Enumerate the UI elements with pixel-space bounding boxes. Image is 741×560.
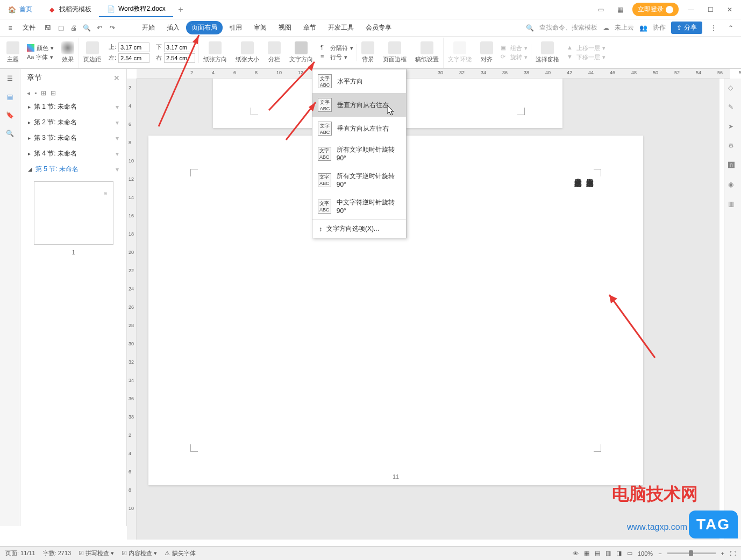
- menu-references[interactable]: 引用: [224, 21, 247, 34]
- chapter-menu-icon[interactable]: ▾: [116, 134, 119, 142]
- contentcheck-toggle[interactable]: ☑ 内容检查 ▾: [122, 549, 157, 557]
- menu-view[interactable]: 视图: [273, 21, 297, 34]
- print-icon[interactable]: 🖨: [68, 22, 80, 34]
- menu-devtools[interactable]: 开发工具: [323, 21, 359, 34]
- chapter-item[interactable]: ▸第 4 节: 未命名▾: [20, 146, 126, 161]
- tool-remove-icon[interactable]: ⊟: [51, 89, 56, 97]
- more-icon[interactable]: ⋮: [708, 22, 719, 34]
- login-button[interactable]: 立即登录: [632, 3, 679, 16]
- tab-template[interactable]: ◆ 找稻壳模板: [40, 2, 99, 17]
- send-backward-button[interactable]: ▼下移一层▾: [567, 53, 605, 61]
- page-thumbnail[interactable]: 示例: [34, 181, 113, 245]
- dropdown-item[interactable]: 文字ABC所有文字顺时针旋转90°: [312, 140, 406, 167]
- minimize-button[interactable]: —: [684, 3, 698, 17]
- dropdown-item[interactable]: 文字ABC水平方向: [312, 69, 406, 93]
- search-rail-icon[interactable]: 🔍: [5, 128, 16, 139]
- font-button[interactable]: Aa 字体▾: [27, 53, 54, 61]
- menu-toggle-icon[interactable]: ≡: [4, 22, 16, 34]
- dropdown-item[interactable]: 文字ABC垂直方向从左往右: [312, 117, 406, 140]
- ribbon-theme[interactable]: 主题: [2, 38, 24, 68]
- group-button[interactable]: ▣组合▾: [501, 44, 528, 52]
- tool-collapse-icon[interactable]: ◂: [27, 89, 30, 97]
- menu-section[interactable]: 章节: [298, 21, 322, 34]
- vertical-ruler[interactable]: 2468101214161820222426283032343638246810: [127, 79, 137, 540]
- chapter-item[interactable]: ▸第 1 节: 未命名▾: [20, 99, 126, 115]
- caret-icon[interactable]: ⌃: [725, 22, 737, 34]
- bring-forward-button[interactable]: ▲上移一层▾: [567, 44, 605, 52]
- diamond-icon[interactable]: ◇: [728, 84, 738, 94]
- view-mode-4-icon[interactable]: ◨: [616, 550, 622, 557]
- ribbon-bg[interactable]: 背景: [357, 38, 379, 68]
- zoom-level[interactable]: 100%: [638, 550, 653, 557]
- margin-top-input[interactable]: [118, 42, 149, 52]
- dropdown-options[interactable]: ↕文字方向选项(X)...: [312, 220, 406, 238]
- spellcheck-toggle[interactable]: ☑ 拼写检查 ▾: [79, 549, 114, 557]
- zoom-out-button[interactable]: −: [658, 550, 661, 557]
- redo-icon[interactable]: ↷: [106, 22, 118, 34]
- view-mode-2-icon[interactable]: ▤: [595, 550, 600, 557]
- ribbon-border[interactable]: 页面边框: [379, 38, 411, 68]
- maximize-button[interactable]: ☐: [703, 3, 717, 17]
- sections-icon[interactable]: ▤: [5, 91, 16, 102]
- coop-icon[interactable]: 👥: [639, 24, 647, 32]
- missing-font[interactable]: ⚠ 缺失字体: [165, 549, 195, 557]
- color-button[interactable]: 颜色▾: [27, 44, 54, 52]
- lineno-button[interactable]: ≡行号▾: [320, 53, 353, 61]
- chapter-menu-icon[interactable]: ▾: [116, 119, 119, 126]
- dropdown-item[interactable]: 文字ABC中文字符逆时针旋转90°: [312, 193, 406, 219]
- help-icon[interactable]: ◉: [728, 181, 738, 190]
- view-mode-3-icon[interactable]: ▥: [605, 550, 611, 557]
- chapter-item[interactable]: ▸第 3 节: 未命名▾: [20, 130, 126, 146]
- chapter-menu-icon[interactable]: ▾: [116, 150, 119, 158]
- status-page[interactable]: 页面: 11/11: [5, 549, 35, 557]
- ribbon-wrap[interactable]: 文字环绕: [444, 38, 476, 68]
- sidebar-icon[interactable]: ▥: [728, 200, 738, 210]
- outline-icon[interactable]: ☰: [5, 73, 16, 84]
- break-button[interactable]: ¶分隔符▾: [320, 44, 353, 52]
- tool-expand-icon[interactable]: ▪: [34, 89, 37, 97]
- undo-icon[interactable]: ↶: [94, 22, 105, 34]
- ribbon-grid[interactable]: 稿纸设置: [411, 38, 444, 68]
- zoom-in-button[interactable]: +: [721, 550, 724, 557]
- add-tab-button[interactable]: +: [173, 5, 188, 15]
- chapter-item[interactable]: ▸第 2 节: 未命名▾: [20, 115, 126, 130]
- dropdown-item[interactable]: 文字ABC所有文字逆时针旋转90°: [312, 167, 406, 193]
- chapter-item[interactable]: ◢第 5 节: 未命名▾: [20, 161, 126, 177]
- ribbon-effect[interactable]: 效果: [57, 38, 79, 68]
- margin-left-input[interactable]: [118, 53, 149, 63]
- pencil-icon[interactable]: ✎: [728, 103, 738, 113]
- menu-member[interactable]: 会员专享: [360, 21, 397, 34]
- status-words[interactable]: 字数: 2713: [43, 549, 72, 557]
- ribbon-papersize[interactable]: 纸张大小: [231, 38, 263, 68]
- cursor-icon[interactable]: ➤: [728, 123, 738, 132]
- file-menu[interactable]: 文件: [17, 21, 41, 34]
- ribbon-margin[interactable]: 页边距: [79, 38, 105, 68]
- grid-icon[interactable]: ▦: [613, 3, 627, 17]
- close-panel-icon[interactable]: ✕: [113, 74, 120, 82]
- chapter-menu-icon[interactable]: ▾: [116, 103, 119, 111]
- bookmark-icon[interactable]: 🔖: [5, 110, 16, 120]
- save-icon[interactable]: 🖫: [42, 22, 54, 34]
- zoom-slider[interactable]: [667, 552, 716, 554]
- rotate-button[interactable]: ⟳旋转▾: [501, 53, 528, 61]
- tab-document[interactable]: 📄 Word教程2.docx: [99, 2, 173, 17]
- layout-icon[interactable]: ▭: [594, 3, 608, 17]
- fit-icon[interactable]: ⛶: [730, 550, 736, 557]
- tab-home[interactable]: 🏠 首页: [0, 2, 40, 17]
- new-icon[interactable]: ▢: [55, 22, 67, 34]
- settings-icon[interactable]: ⚙: [728, 142, 738, 152]
- search-placeholder[interactable]: 查找命令、搜索模板: [539, 23, 597, 32]
- translate-icon[interactable]: 🅰: [728, 161, 738, 171]
- ribbon-selection-pane[interactable]: 选择窗格: [531, 38, 564, 68]
- chapter-menu-icon[interactable]: ▾: [116, 166, 119, 173]
- cloud-icon[interactable]: ☁: [603, 24, 609, 32]
- read-mode-icon[interactable]: 👁: [573, 550, 579, 557]
- preview-icon[interactable]: 🔍: [81, 22, 92, 34]
- ruler-toggle-icon[interactable]: ▭: [627, 550, 632, 557]
- tool-add-icon[interactable]: ⊞: [41, 89, 46, 97]
- horizontal-ruler[interactable]: 2468101214163032343638404244464850525456…: [137, 69, 730, 79]
- menu-review[interactable]: 审阅: [248, 21, 272, 34]
- close-window-button[interactable]: ✕: [723, 3, 737, 17]
- share-button[interactable]: ⇪ 分享: [671, 22, 702, 34]
- ribbon-align[interactable]: 对齐: [476, 38, 497, 68]
